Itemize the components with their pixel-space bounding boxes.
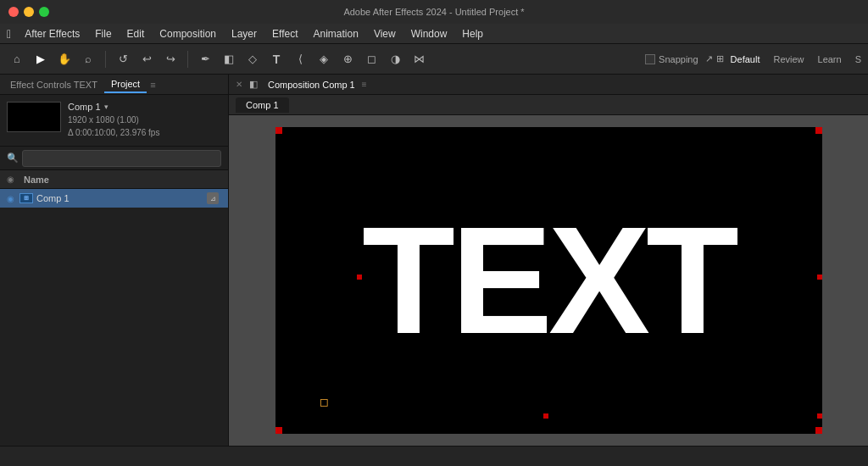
- apple-logo-icon[interactable]: : [7, 27, 11, 41]
- col-icon: ◉: [7, 175, 24, 184]
- viewer-tab-close-icon[interactable]: ✕: [236, 80, 242, 89]
- workspace-more[interactable]: S: [855, 54, 861, 64]
- rotate-tool-icon[interactable]: ↺: [113, 49, 133, 69]
- viewer-panel: ✕ ◧ Composition Comp 1 ≡ Comp 1 TEXT: [229, 75, 868, 446]
- roto-brush-icon[interactable]: ◑: [385, 49, 405, 69]
- tab-project[interactable]: Project: [104, 76, 147, 93]
- traffic-lights: [0, 7, 49, 17]
- handle-bottom-left[interactable]: [275, 427, 282, 434]
- snapping-control[interactable]: Snapping: [645, 54, 698, 64]
- mask-feather-icon[interactable]: ◧: [219, 49, 239, 69]
- anchor-icon: ◇: [315, 393, 334, 412]
- menu-view[interactable]: View: [367, 26, 403, 42]
- workspace-tabs: Default Review Learn S: [731, 54, 861, 64]
- separator: [187, 51, 188, 68]
- handle-top-left[interactable]: [275, 127, 282, 134]
- snap-icon-1[interactable]: ↗: [705, 53, 713, 64]
- title-bar: Adobe After Effects 2024 - Untitled Proj…: [0, 0, 868, 24]
- menu-bar:  After Effects File Edit Composition La…: [0, 24, 868, 44]
- anchor-point: ◇: [320, 394, 330, 410]
- panel-menu-icon[interactable]: ≡: [150, 80, 155, 90]
- workspace-default[interactable]: Default: [731, 54, 760, 64]
- separator: [105, 51, 106, 68]
- handle-top-right[interactable]: [815, 127, 822, 134]
- menu-composition[interactable]: Composition: [153, 26, 223, 42]
- status-bar: [0, 446, 868, 466]
- comp-name-row: Comp 1 ▾: [68, 102, 221, 112]
- pen-tool-icon[interactable]: ✒: [195, 49, 215, 69]
- menu-help[interactable]: Help: [455, 26, 490, 42]
- maximize-button[interactable]: [39, 7, 49, 17]
- minimize-button[interactable]: [24, 7, 34, 17]
- snap-icon-2[interactable]: ⊞: [716, 53, 724, 64]
- search-input[interactable]: [22, 150, 221, 167]
- menu-file[interactable]: File: [88, 26, 118, 42]
- viewer-tabs: ✕ ◧ Composition Comp 1 ≡: [229, 75, 868, 95]
- comp-inner: TEXT ◇: [275, 127, 822, 434]
- comp-resolution: 1920 x 1080 (1.00): [68, 114, 221, 126]
- search-bar: 🔍: [0, 147, 228, 170]
- path-tool-icon[interactable]: ⟨: [290, 49, 310, 69]
- eye-icon: ◉: [7, 175, 14, 184]
- handle-bot-mid[interactable]: [543, 413, 548, 419]
- comp-type-icon: ⊞: [19, 193, 33, 203]
- left-panel-tabs: Effect Controls TEXT Project ≡: [0, 75, 228, 95]
- comp-thumbnail: [7, 102, 61, 132]
- menu-after-effects[interactable]: After Effects: [18, 26, 86, 42]
- item-name-comp1[interactable]: Comp 1: [36, 193, 201, 203]
- snap-icons: ↗ ⊞: [705, 53, 724, 64]
- handle-mid-right[interactable]: [817, 275, 822, 280]
- comp-name: Comp 1: [68, 102, 101, 112]
- snapping-label: Snapping: [659, 54, 698, 64]
- eraser-tool-icon[interactable]: ◻: [361, 49, 381, 69]
- text-tool-icon[interactable]: T: [266, 49, 287, 69]
- project-items: ◉ ⊞ Comp 1 ⊿: [0, 189, 228, 446]
- project-columns: ◉ Name: [0, 170, 228, 189]
- handle-bottom-right[interactable]: [815, 427, 822, 434]
- snapping-checkbox[interactable]: [645, 54, 655, 64]
- composition-icon: ◧: [249, 79, 258, 90]
- comp-icon-label: ⊞: [24, 195, 29, 202]
- shape-tool-icon[interactable]: ◇: [242, 49, 263, 69]
- viewer-tab-label: Composition Comp 1: [268, 80, 355, 90]
- comp-dropdown-icon[interactable]: ▾: [104, 103, 108, 111]
- comp-thumbnail-row: Comp 1 ▾ 1920 x 1080 (1.00) Δ 0:00:10:00…: [7, 102, 221, 139]
- project-item-comp1[interactable]: ◉ ⊞ Comp 1 ⊿: [0, 189, 228, 208]
- viewer-tab-menu-icon[interactable]: ≡: [362, 80, 367, 89]
- viewer-comp-tab-1[interactable]: Comp 1: [236, 97, 289, 113]
- zoom-tool-icon[interactable]: ⌕: [78, 49, 98, 69]
- puppet-tool-icon[interactable]: ⋈: [409, 49, 429, 69]
- workspace-review[interactable]: Review: [773, 54, 804, 64]
- comp-details: Comp 1 ▾ 1920 x 1080 (1.00) Δ 0:00:10:00…: [68, 102, 221, 139]
- handle-bot-right[interactable]: [817, 413, 822, 419]
- undo-icon[interactable]: ↩: [136, 49, 157, 69]
- close-button[interactable]: [8, 7, 19, 17]
- viewer-comp-tabs: Comp 1: [229, 95, 868, 115]
- tab-effect-controls[interactable]: Effect Controls TEXT: [3, 77, 104, 92]
- workspace-learn[interactable]: Learn: [818, 54, 842, 64]
- comp-info-area: Comp 1 ▾ 1920 x 1080 (1.00) Δ 0:00:10:00…: [0, 95, 228, 147]
- hand-tool-icon[interactable]: ✋: [54, 49, 75, 69]
- menu-window[interactable]: Window: [404, 26, 454, 42]
- menu-edit[interactable]: Edit: [120, 26, 152, 42]
- comp-canvas[interactable]: TEXT ◇: [229, 115, 868, 446]
- comp-duration: Δ 0:00:10:00, 23.976 fps: [68, 126, 221, 139]
- menu-layer[interactable]: Layer: [225, 26, 264, 42]
- handle-mid-left[interactable]: [357, 275, 362, 280]
- toolbar: ⌂ ▶ ✋ ⌕ ↺ ↩ ↪ ✒ ◧ ◇ T ⟨ ◈ ⊕ ◻ ◑ ⋈ Snappi…: [0, 44, 868, 75]
- left-panel: Effect Controls TEXT Project ≡ Comp 1 ▾ …: [0, 75, 229, 446]
- item-action-icon[interactable]: ⊿: [207, 192, 219, 204]
- home-icon[interactable]: ⌂: [7, 49, 27, 69]
- clone-stamp-icon[interactable]: ⊕: [337, 49, 358, 69]
- comp-text-element: TEXT: [362, 204, 735, 357]
- paint-tool-icon[interactable]: ◈: [314, 49, 334, 69]
- menu-animation[interactable]: Animation: [307, 26, 365, 42]
- col-name-header: Name: [24, 175, 204, 185]
- toolbar-right: Snapping ↗ ⊞ Default Review Learn S: [645, 53, 861, 64]
- redo-icon[interactable]: ↪: [160, 49, 181, 69]
- search-icon: 🔍: [7, 153, 19, 164]
- menu-effect[interactable]: Effect: [265, 26, 304, 42]
- selection-tool-icon[interactable]: ▶: [31, 49, 51, 69]
- main-layout: Effect Controls TEXT Project ≡ Comp 1 ▾ …: [0, 75, 868, 446]
- item-visibility-icon[interactable]: ◉: [7, 194, 14, 203]
